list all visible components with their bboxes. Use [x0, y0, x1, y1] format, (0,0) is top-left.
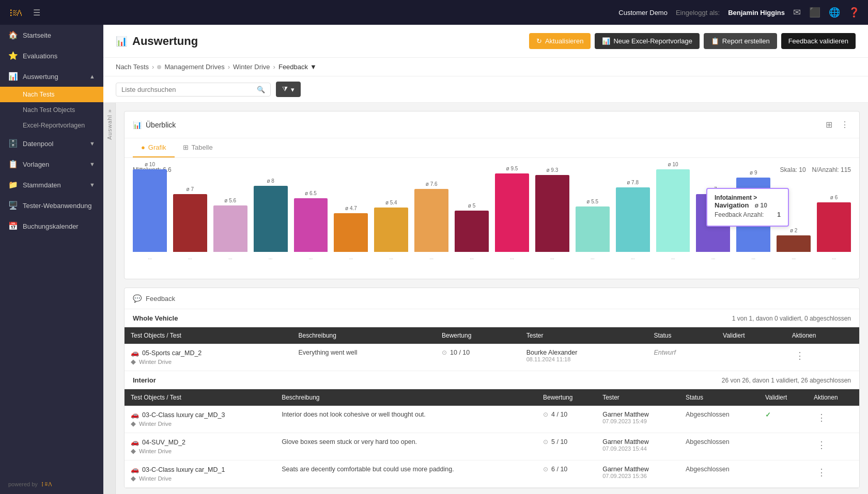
bar-group[interactable]: ø 10 ... — [656, 162, 690, 260]
search-input[interactable] — [121, 86, 253, 93]
search-box[interactable]: 🔍 — [116, 83, 271, 97]
sidebar-item-excel-reportvorlagen[interactable]: Excel-Reportvorlagen — [0, 118, 103, 133]
refresh-button[interactable]: ↻ Aktualisieren — [529, 33, 591, 49]
page-header: 📊 Auswertung ↻ Aktualisieren 📊 Neue Exce… — [103, 25, 868, 58]
actions-button[interactable]: ⋮ — [792, 349, 808, 362]
help-icon[interactable]: ❓ — [848, 7, 860, 18]
bar[interactable] — [173, 194, 207, 252]
th-bewertung-2: Bewertung — [537, 389, 596, 406]
logout-icon[interactable]: ⬛ — [809, 7, 820, 18]
bar[interactable] — [455, 211, 489, 252]
bar[interactable] — [374, 208, 408, 252]
breadcrumb-nach-tests[interactable]: Nach Tests — [116, 63, 149, 71]
bar-group[interactable]: ø 5.6 ... — [213, 198, 247, 260]
th-beschreibung: Beschreibung — [292, 327, 436, 344]
table-view-icon[interactable]: ⊞ — [824, 118, 834, 132]
actions-button[interactable]: ⋮ — [814, 466, 829, 479]
sidebar-item-stammdaten[interactable]: 📁 Stammdaten ▼ — [0, 174, 103, 195]
home-icon: 🏠 — [8, 30, 18, 40]
bar[interactable] — [616, 187, 650, 252]
bar[interactable] — [777, 235, 811, 252]
overview-card: 📊 Überblick ⊞ ⋮ ● Grafik — [124, 111, 860, 279]
bar-value-label: ø 7.6 — [426, 181, 438, 187]
globe-icon[interactable]: 🌐 — [829, 7, 840, 18]
bar[interactable] — [535, 175, 569, 252]
cell-validiert — [759, 460, 808, 488]
tab-grafik[interactable]: ● Grafik — [133, 138, 175, 157]
breadcrumb-winter-drive[interactable]: Winter Drive — [233, 63, 270, 71]
star-icon: ⭐ — [8, 51, 18, 60]
bar[interactable] — [656, 169, 690, 252]
bar-group[interactable]: ø 7.6 ... — [414, 181, 448, 260]
sidebar: 🏠 Startseite ⭐ Evaluations 📊 Auswertung … — [0, 25, 103, 494]
chevron-down-icon-2: ▼ — [89, 161, 95, 167]
report-button[interactable]: 📋 Report erstellen — [704, 33, 777, 49]
sidebar-item-nach-tests[interactable]: Nach Tests — [0, 87, 103, 102]
sidebar-item-datenpool[interactable]: 🗄️ Datenpool ▼ — [0, 133, 103, 154]
bar[interactable] — [254, 186, 288, 252]
bar[interactable] — [576, 206, 610, 252]
table-row: 🚗 04-SUV_MD_2 ◆ Winter Drive Glove boxes… — [125, 433, 859, 460]
bar[interactable] — [817, 202, 851, 252]
cell-test-obj: 🚗 05-Sports car_MD_2 ◆ Winter Drive — [125, 344, 292, 371]
validate-button[interactable]: Feedback validieren — [781, 33, 856, 49]
menu-icon[interactable]: ☰ — [33, 8, 40, 18]
chart-tabs: ● Grafik ⊞ Tabelle — [125, 138, 859, 158]
breadcrumb-management-drives[interactable]: Management Drives — [164, 63, 224, 71]
bar-group[interactable]: ø 9.3 ... — [535, 167, 569, 260]
rating-icon: ⊙ — [543, 411, 548, 418]
bar-group[interactable]: ø 7 ... — [173, 186, 207, 260]
bar[interactable] — [334, 213, 368, 252]
bar-group[interactable]: ø 2 ... — [777, 228, 811, 260]
sidebar-item-evaluations[interactable]: ⭐ Evaluations — [0, 45, 103, 66]
chevron-down-feedback-icon[interactable]: ▼ — [310, 63, 317, 71]
bar[interactable] — [294, 198, 328, 252]
bar-value-label: ø 8 — [267, 178, 274, 184]
more-options-icon[interactable]: ⋮ — [839, 118, 851, 132]
mail-icon[interactable]: ✉ — [793, 7, 801, 18]
cell-tester: Garner Matthew 07.09.2023 15:49 — [596, 406, 679, 433]
bar-x-label: ... — [349, 255, 353, 260]
search-icon[interactable]: 🔍 — [257, 86, 265, 93]
breadcrumb-arrow-2: › — [228, 63, 230, 71]
sidebar-item-auswertung[interactable]: 📊 Auswertung ▲ — [0, 66, 103, 87]
interior-tbody: 🚗 03-C-Class luxury car_MD_3 ◆ Winter Dr… — [125, 406, 859, 488]
nav-icon: ◆ — [131, 358, 136, 365]
th-validiert: Validiert — [717, 327, 786, 344]
bar-group[interactable]: ø 5 ... — [455, 203, 489, 260]
sidebar-item-startseite[interactable]: 🏠 Startseite — [0, 25, 103, 45]
sidebar-item-vorlagen[interactable]: 📋 Vorlagen ▼ — [0, 154, 103, 174]
tabelle-icon: ⊞ — [183, 144, 189, 151]
rating-cell: ⊙ 5 / 10 — [543, 438, 590, 445]
cell-description: Everything went well — [292, 344, 436, 371]
bar-x-label: ... — [390, 255, 394, 260]
bar-group[interactable]: ø 5.4 ... — [374, 200, 408, 260]
bar-group[interactable]: ø 5.5 ... — [576, 199, 610, 260]
sidebar-item-nach-test-objects[interactable]: Nach Test Objects — [0, 102, 103, 118]
bar-group[interactable]: ø 9.5 ... — [495, 166, 529, 260]
bar-group[interactable]: ø 10 ... — [133, 162, 167, 260]
sidebar-item-buchungskalender[interactable]: 📅 Buchungskalender — [0, 216, 103, 236]
filter-button[interactable]: ⧩ ▾ — [276, 82, 301, 97]
bar-group[interactable]: ø 6.5 ... — [294, 190, 328, 260]
bar[interactable] — [495, 173, 529, 252]
tester-info: Bourke Alexander 08.11.2024 11:18 — [526, 349, 642, 362]
bar[interactable] — [414, 189, 448, 252]
bar-group[interactable]: ø 6 ... — [817, 195, 851, 260]
bar[interactable] — [133, 169, 167, 252]
whole-vehicle-table: Test Objects / Test Beschreibung Bewertu… — [125, 327, 859, 371]
actions-button[interactable]: ⋮ — [814, 438, 829, 452]
side-toggle[interactable]: Auswahl » — [103, 103, 116, 494]
bar-x-label: ... — [671, 255, 675, 260]
bar[interactable] — [213, 205, 247, 252]
bar-group[interactable]: ø 7.8 ... — [616, 180, 650, 260]
actions-button[interactable]: ⋮ — [814, 411, 829, 424]
sidebar-item-tester-webanwendung[interactable]: 🖥️ Tester-Webanwendung — [0, 195, 103, 216]
tab-tabelle[interactable]: ⊞ Tabelle — [175, 138, 221, 157]
new-excel-button[interactable]: 📊 Neue Excel-Reportvorlage — [595, 33, 699, 49]
cell-status: Entwurf — [647, 344, 717, 371]
nav-icon: ◆ — [131, 420, 136, 427]
bar-group[interactable]: ø 4.7 ... — [334, 205, 368, 260]
bar-group[interactable]: ø 8 ... — [254, 178, 288, 260]
th-validiert-2: Validiert — [759, 389, 808, 406]
